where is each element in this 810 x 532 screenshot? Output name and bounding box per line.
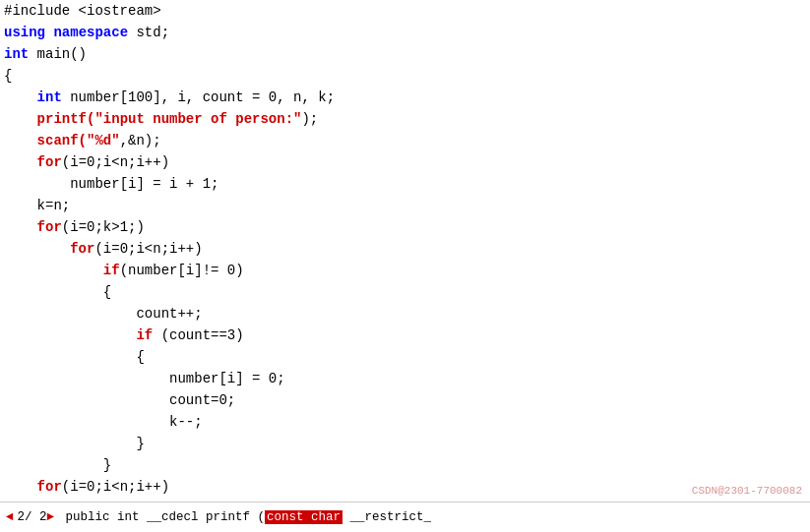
code-token: "%d" xyxy=(87,130,120,151)
code-line: number[i] = 0; xyxy=(0,368,810,389)
code-token xyxy=(4,325,136,346)
code-token: for xyxy=(70,238,94,260)
code-line: k--; xyxy=(0,411,810,433)
code-token xyxy=(4,130,37,151)
code-token: ,&n); xyxy=(120,130,161,151)
code-token: using xyxy=(4,22,53,43)
code-token: "input number of person:" xyxy=(94,108,301,130)
status-arrow-right: ► xyxy=(47,510,55,524)
code-line: k=n; xyxy=(0,195,810,216)
status-page-info: 2/ 2 xyxy=(18,510,47,524)
code-token xyxy=(4,151,37,173)
code-line: #include <iostream> xyxy=(0,0,810,22)
code-token: (i=0;i<n;i++) xyxy=(62,476,169,498)
code-token: k--; xyxy=(4,411,203,433)
code-token xyxy=(4,173,70,195)
watermark: CSDN@2301-7700082 xyxy=(692,485,802,497)
code-token: } xyxy=(4,454,111,476)
code-line: if(number[i]!= 0) xyxy=(0,260,810,281)
code-token: count++; xyxy=(4,303,203,325)
status-func-sig: public int __cdecl printf (const char __… xyxy=(58,510,431,524)
code-token: for xyxy=(37,151,62,173)
code-token: number[100], i, count = 0, n, k; xyxy=(70,87,335,108)
code-line: for(i=0;i<n;i++) xyxy=(0,238,810,260)
code-line: printf("input number of person:"); xyxy=(0,108,810,130)
code-token: (i=0;i<n;i++) xyxy=(94,238,202,260)
code-token: { xyxy=(4,65,12,87)
code-line: scanf("%d",&n); xyxy=(0,130,810,151)
code-token xyxy=(4,87,37,108)
code-token: count=0; xyxy=(4,389,235,411)
code-line: number[i] = i + 1; xyxy=(0,173,810,195)
code-line: { xyxy=(0,346,810,368)
code-line: { xyxy=(0,281,810,303)
code-token: main() xyxy=(37,43,87,65)
code-line: { xyxy=(0,65,810,87)
code-token: (number[i]!= 0) xyxy=(120,260,244,281)
code-token: (i=0;i<n;i++) xyxy=(62,151,169,173)
status-bar: ◄ 2/ 2 ► public int __cdecl printf (cons… xyxy=(0,502,810,532)
code-token: k=n; xyxy=(4,195,70,216)
code-token: for xyxy=(37,476,62,498)
code-line: count++; xyxy=(0,303,810,325)
code-lines-container: #include <iostream>using namespace std;i… xyxy=(0,0,810,502)
code-token: (count==3) xyxy=(161,325,244,346)
code-token: { xyxy=(4,346,145,368)
code-token: #include <iostream> xyxy=(4,0,161,22)
code-token: for xyxy=(37,216,62,238)
code-token xyxy=(4,238,70,260)
code-token: { xyxy=(4,281,111,303)
code-token: int xyxy=(37,87,71,108)
code-line: } xyxy=(0,454,810,476)
code-token: number[i] = i + 1; xyxy=(70,173,218,195)
code-token: printf( xyxy=(37,108,95,130)
code-line: int main() xyxy=(0,43,810,65)
code-token: scanf( xyxy=(37,130,87,151)
code-token: int xyxy=(4,43,37,65)
code-line: using namespace std; xyxy=(0,22,810,43)
code-token xyxy=(4,260,103,281)
code-line: for(i=0;i<n;i++) xyxy=(0,151,810,173)
code-token: std; xyxy=(136,22,169,43)
code-token: number[i] = 0; xyxy=(169,368,285,389)
code-editor: #include <iostream>using namespace std;i… xyxy=(0,0,810,502)
code-token: if xyxy=(136,325,160,346)
code-token xyxy=(4,216,37,238)
code-token: (i=0;k>1;) xyxy=(62,216,145,238)
code-line: if (count==3) xyxy=(0,325,810,346)
code-line: for(i=0;k>1;) xyxy=(0,216,810,238)
code-line: } xyxy=(0,433,810,454)
code-line: for(i=0;i<n;i++) xyxy=(0,476,810,498)
code-token: namespace xyxy=(53,22,136,43)
status-arrow-left: ◄ xyxy=(6,510,14,524)
status-highlight: const char xyxy=(265,510,343,524)
code-line: count=0; xyxy=(0,389,810,411)
code-line: int number[100], i, count = 0, n, k; xyxy=(0,87,810,108)
code-token xyxy=(4,368,169,389)
code-token: ); xyxy=(301,108,318,130)
code-token: } xyxy=(4,433,145,454)
code-token xyxy=(4,108,37,130)
code-token: if xyxy=(103,260,120,281)
code-token xyxy=(4,476,37,498)
